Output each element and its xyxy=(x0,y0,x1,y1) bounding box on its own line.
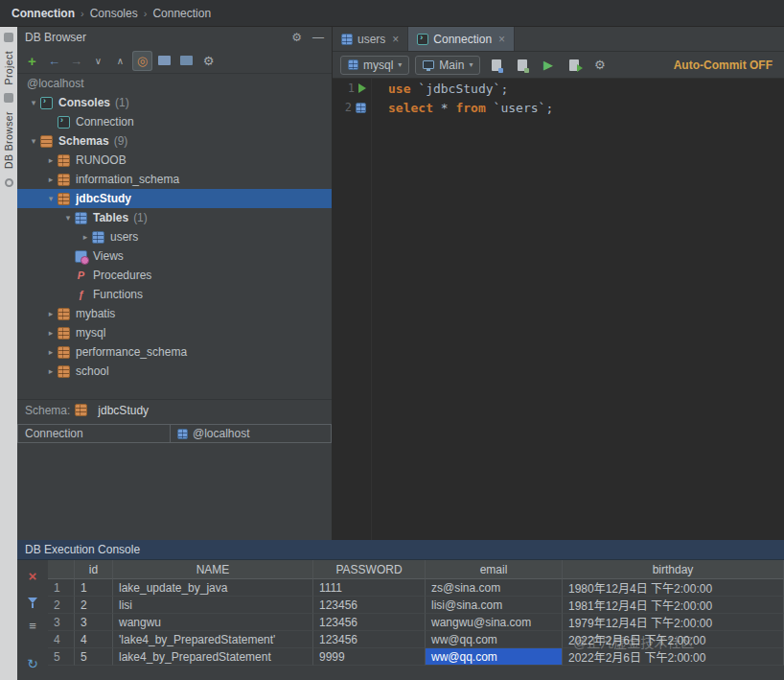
column-header-id[interactable]: id xyxy=(75,560,113,579)
chevron-down-icon[interactable]: ▾ xyxy=(44,194,58,203)
row-number[interactable]: 3 xyxy=(48,614,75,631)
editor-code[interactable]: 1use `jdbcStudy`;2select * from `users`; xyxy=(333,79,784,540)
code-line[interactable]: 1use `jdbcStudy`; xyxy=(333,79,784,98)
tool-button-db-browser[interactable]: DB Browser xyxy=(3,111,14,169)
tree-item-procedures[interactable]: PProcedures xyxy=(17,266,332,285)
tool-button-project[interactable]: Project xyxy=(3,51,14,84)
tab-users[interactable]: users× xyxy=(333,27,408,51)
chevron-down-icon[interactable]: ▾ xyxy=(27,98,40,107)
gear-icon[interactable]: ⚙ xyxy=(291,31,302,44)
cell-id[interactable]: 3 xyxy=(75,614,113,631)
run-statement-icon[interactable] xyxy=(358,83,366,93)
chevron-right-icon[interactable]: ▸ xyxy=(44,328,58,338)
tab-connection[interactable]: Connection× xyxy=(408,27,515,51)
cell-name[interactable]: 'lake4_by_PreparedStatement' xyxy=(113,631,313,648)
code-line[interactable]: 2select * from `users`; xyxy=(333,98,784,117)
cell-name[interactable]: lake4_by_PreparedStatement xyxy=(113,648,313,666)
cell-name[interactable]: wangwu xyxy=(113,614,313,631)
column-header-password[interactable]: PASSWORD xyxy=(313,560,426,579)
cell-id[interactable]: 4 xyxy=(75,631,113,648)
run-statement-button[interactable]: ▶ xyxy=(538,55,558,75)
tree-item-mysql[interactable]: ▸mysql xyxy=(17,323,332,342)
db-browser-strip-icon[interactable] xyxy=(4,93,13,103)
cell-birthday[interactable]: 1979年12月4日 下午2:00:00 xyxy=(563,614,784,631)
forward-button[interactable]: → xyxy=(66,51,86,71)
tree-item-jdbcstudy[interactable]: ▾jdbcStudy xyxy=(17,189,332,208)
cell-birthday[interactable]: 2022年2月6日 下午2:00:00 xyxy=(563,631,784,648)
cell-password[interactable]: 123456 xyxy=(313,614,426,631)
chevron-right-icon[interactable]: ▸ xyxy=(44,175,58,184)
column-header-email[interactable]: email xyxy=(426,560,563,579)
tree-item-schemas[interactable]: ▾Schemas(9) xyxy=(17,131,332,151)
close-results-button[interactable]: × xyxy=(24,567,41,584)
rollback-button[interactable] xyxy=(512,55,532,75)
refresh-button[interactable]: ↻ xyxy=(24,655,41,672)
cell-id[interactable]: 5 xyxy=(75,648,113,666)
cell-birthday[interactable]: 1980年12月4日 下午2:00:00 xyxy=(563,579,784,597)
options-button[interactable]: ≡ xyxy=(24,617,41,634)
filter-button[interactable] xyxy=(24,592,41,609)
autoscroll-to-editor-button[interactable]: ◎ xyxy=(132,51,152,71)
object-filter-button[interactable] xyxy=(154,51,174,71)
tree-item-performance-schema[interactable]: ▸performance_schema xyxy=(17,342,332,362)
cell-email[interactable]: ww@qq.com xyxy=(426,631,563,648)
console-header[interactable]: DB Execution Console xyxy=(17,540,784,560)
breadcrumb-item[interactable]: Connection xyxy=(152,7,211,20)
column-header-birthday[interactable]: birthday xyxy=(563,560,784,579)
cell-birthday[interactable]: 1981年12月4日 下午2:00:00 xyxy=(563,597,784,614)
cell-name[interactable]: lake_update_by_java xyxy=(113,579,313,597)
tree-item-mybatis[interactable]: ▸mybatis xyxy=(17,304,332,323)
add-connection-button[interactable]: + xyxy=(22,51,42,71)
cell-name[interactable]: lisi xyxy=(113,597,313,614)
close-icon[interactable]: × xyxy=(392,33,399,46)
settings-button[interactable]: ⚙ xyxy=(198,51,219,71)
back-button[interactable]: ← xyxy=(44,51,64,71)
collapse-all-button[interactable]: ∧ xyxy=(110,51,130,71)
connection-host-cell[interactable]: @localhost xyxy=(171,424,332,443)
cell-birthday[interactable]: 2022年2月6日 下午2:00:00 xyxy=(563,648,784,666)
run-file-button[interactable] xyxy=(564,55,584,75)
column-header-name[interactable]: NAME xyxy=(113,560,313,579)
chevron-right-icon[interactable]: ▸ xyxy=(44,309,58,318)
file-filter-button[interactable] xyxy=(176,51,196,71)
chevron-down-icon[interactable]: ▾ xyxy=(27,136,40,146)
cell-email[interactable]: wangwu@sina.com xyxy=(426,614,563,631)
chevron-right-icon[interactable]: ▸ xyxy=(44,366,58,376)
project-icon[interactable] xyxy=(4,33,13,42)
row-number[interactable]: 1 xyxy=(48,579,75,597)
chevron-right-icon[interactable]: ▸ xyxy=(44,347,58,357)
tree-item-tables[interactable]: ▾Tables(1) xyxy=(17,208,332,227)
session-select[interactable]: Main ▾ xyxy=(415,56,480,75)
cell-password[interactable]: 9999 xyxy=(313,648,426,666)
cell-id[interactable]: 2 xyxy=(75,597,113,614)
close-icon[interactable]: × xyxy=(498,33,505,46)
tree-item-functions[interactable]: ƒFunctions xyxy=(17,285,332,304)
chevron-down-icon[interactable]: ▾ xyxy=(61,213,75,223)
chevron-right-icon[interactable]: ▸ xyxy=(44,155,58,165)
row-number[interactable]: 4 xyxy=(48,631,75,648)
breadcrumb-item[interactable]: Consoles xyxy=(90,7,138,20)
cell-password[interactable]: 123456 xyxy=(313,631,426,648)
tree-item-information-schema[interactable]: ▸information_schema xyxy=(17,170,332,189)
tree-item-school[interactable]: ▸school xyxy=(17,362,332,381)
tree-item-views[interactable]: Views xyxy=(17,246,332,266)
auto-commit-status[interactable]: Auto-Commit OFF xyxy=(674,59,776,72)
breadcrumb-item[interactable]: Connection xyxy=(12,7,75,20)
row-number[interactable]: 5 xyxy=(48,648,75,666)
connection-name-cell[interactable]: Connection xyxy=(17,424,171,443)
cell-email[interactable]: lisi@sina.com xyxy=(426,597,563,614)
tree-item-runoob[interactable]: ▸RUNOOB xyxy=(17,151,332,170)
editor-settings-button[interactable]: ⚙ xyxy=(589,55,610,75)
schema-value[interactable]: jdbcStudy xyxy=(98,404,149,417)
commit-button[interactable] xyxy=(486,55,506,75)
cell-password[interactable]: 1111 xyxy=(313,579,426,597)
cell-email[interactable]: ww@qq.com xyxy=(426,648,563,666)
cell-password[interactable]: 123456 xyxy=(313,597,426,614)
minimize-icon[interactable]: — xyxy=(312,31,324,44)
expand-all-button[interactable]: ∨ xyxy=(88,51,108,71)
dialect-select[interactable]: mysql ▾ xyxy=(340,56,409,75)
chevron-right-icon[interactable]: ▸ xyxy=(79,232,92,242)
strip-extra-icon[interactable] xyxy=(5,178,13,187)
tree-item-connection[interactable]: Connection xyxy=(17,112,332,131)
cell-email[interactable]: zs@sina.com xyxy=(426,579,563,597)
